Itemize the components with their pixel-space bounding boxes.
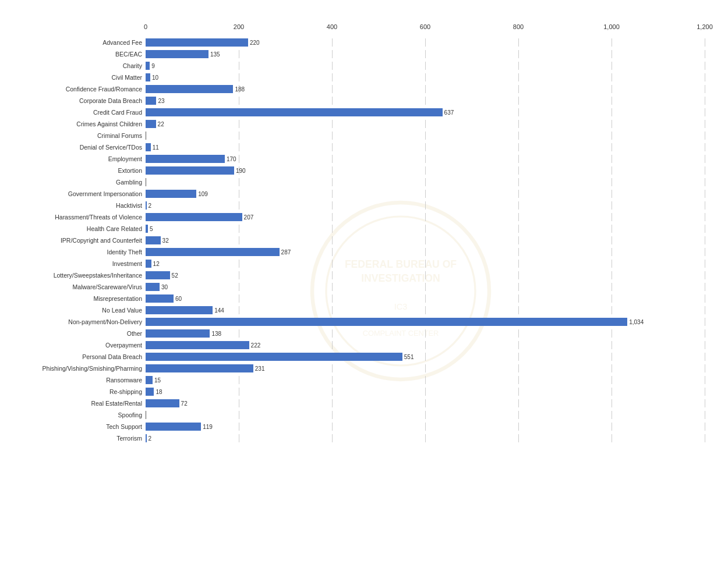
bar-row: Lottery/Sweepstakes/Inheritance52 — [17, 270, 705, 281]
grid-line — [518, 166, 519, 175]
grid-line — [332, 260, 333, 268]
grid-line — [425, 143, 426, 151]
bar-track: 207 — [146, 213, 705, 221]
grid-line — [425, 376, 426, 384]
bar-value-label: 30 — [161, 284, 168, 290]
grid-line — [705, 50, 705, 58]
bar-label: Investment — [17, 260, 146, 267]
grid-line — [239, 306, 239, 314]
bar-fill — [146, 213, 242, 221]
bar-track: 9 — [146, 62, 705, 70]
grid-line — [425, 38, 426, 47]
bar-value-label: 23 — [158, 98, 164, 104]
grid-line — [705, 353, 705, 361]
grid-line — [612, 364, 612, 372]
grid-line — [518, 364, 519, 372]
grid-line — [705, 143, 705, 151]
grid-line — [612, 178, 612, 186]
grid-line — [239, 73, 239, 81]
grid-line — [705, 329, 705, 338]
grid-line — [612, 190, 612, 198]
grid-line — [612, 399, 612, 407]
grid-line — [518, 155, 519, 163]
grid-line — [612, 388, 612, 396]
grid-line — [332, 132, 333, 140]
bar-label: Spoofing — [17, 411, 146, 418]
bar-row: Harassment/Threats of Violence207 — [17, 212, 705, 222]
bar-row: Tech Support119 — [17, 421, 705, 432]
grid-line — [705, 399, 705, 407]
bar-fill — [146, 388, 154, 396]
bar-row: Corporate Data Breach23 — [17, 95, 705, 106]
grid-line — [518, 190, 519, 198]
bar-row: Denial of Service/TDos11 — [17, 142, 705, 152]
grid-line — [518, 341, 519, 349]
bar-row: Confidence Fraud/Romance188 — [17, 84, 705, 94]
grid-line — [518, 353, 519, 361]
grid-line — [518, 283, 519, 291]
bar-track: 23 — [146, 97, 705, 105]
bar-row: No Lead Value144 — [17, 305, 705, 315]
bars-section: Advanced Fee220BEC/EAC135Charity9Civil M… — [17, 37, 705, 445]
grid-line — [705, 178, 705, 186]
grid-line — [705, 213, 705, 221]
grid-line — [518, 294, 519, 303]
grid-line — [425, 283, 426, 291]
bar-value-label: 287 — [281, 249, 291, 255]
grid-line — [705, 341, 705, 349]
bar-value-label: 12 — [153, 261, 160, 267]
grid-line — [332, 62, 333, 70]
bar-fill — [146, 62, 150, 70]
grid-line — [518, 178, 519, 186]
grid-line — [425, 50, 426, 58]
grid-line — [332, 143, 333, 151]
grid-line — [518, 225, 519, 233]
bar-label: BEC/EAC — [17, 51, 146, 58]
bar-label: Other — [17, 330, 146, 337]
bar-track: 52 — [146, 271, 705, 279]
bar-row: Spoofing — [17, 410, 705, 420]
bar-track: 18 — [146, 388, 705, 396]
grid-line — [332, 120, 333, 128]
bar-fill — [146, 271, 170, 279]
bar-value-label: 551 — [404, 354, 414, 360]
grid-line — [425, 190, 426, 198]
bar-fill — [146, 97, 156, 105]
grid-line — [612, 306, 612, 314]
bar-fill — [146, 248, 280, 256]
bar-row: Hacktivist2 — [17, 200, 705, 211]
bar-label: Employment — [17, 155, 146, 162]
bar-track: 222 — [146, 341, 705, 349]
x-tick-200: 200 — [234, 23, 244, 30]
grid-line — [612, 38, 612, 47]
bar-fill — [146, 73, 150, 81]
grid-line — [518, 236, 519, 244]
grid-line — [239, 260, 239, 268]
grid-line — [332, 225, 333, 233]
bar-row: Advanced Fee220 — [17, 37, 705, 48]
bar-fill — [146, 50, 208, 58]
grid-line — [425, 155, 426, 163]
grid-line — [705, 97, 705, 105]
grid-line — [239, 283, 239, 291]
grid-line — [332, 178, 333, 186]
grid-line — [518, 85, 519, 93]
grid-line — [705, 132, 705, 140]
bar-row: Health Care Related5 — [17, 223, 705, 234]
grid-line — [239, 120, 239, 128]
grid-line — [239, 201, 239, 210]
bar-fill — [146, 283, 160, 291]
bar-label: Identity Theft — [17, 249, 146, 255]
bar-label: IPR/Copyright and Counterfeit — [17, 237, 146, 244]
grid-line — [518, 50, 519, 58]
grid-line — [425, 294, 426, 303]
grid-line — [332, 50, 333, 58]
bar-fill — [146, 306, 213, 314]
bar-label: Gambling — [17, 179, 146, 186]
grid-line — [612, 213, 612, 221]
grid-line — [612, 434, 612, 442]
bar-row: Terrorism2 — [17, 433, 705, 443]
bar-value-label: 72 — [181, 400, 188, 407]
grid-line — [518, 248, 519, 256]
bar-value-label: 135 — [210, 51, 220, 58]
